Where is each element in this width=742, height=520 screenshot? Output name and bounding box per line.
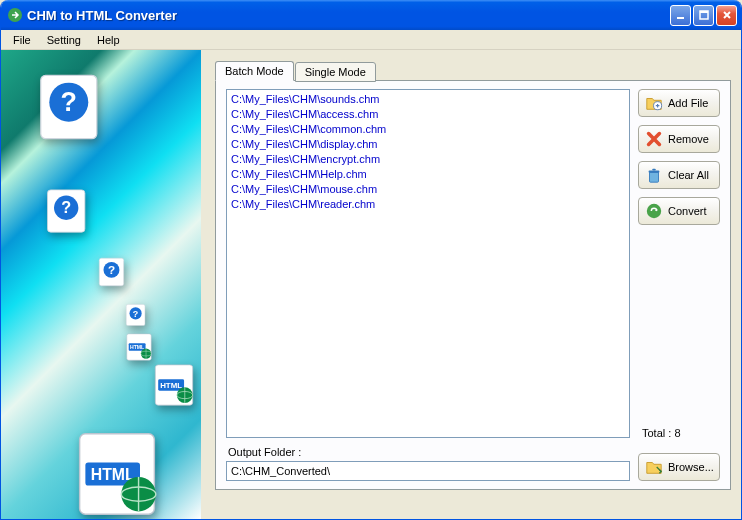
app-window: CHM to HTML Converter File Setting Help … xyxy=(0,0,742,520)
total-label: Total : 8 xyxy=(638,421,720,445)
svg-rect-3 xyxy=(700,11,708,13)
add-file-label: Add File xyxy=(668,97,713,109)
main-panel: Batch Mode Single Mode C:\My_Files\CHM\s… xyxy=(201,50,741,519)
content-area: ? ? ? ? HTML HTML HTML Batch Mode xyxy=(1,50,741,519)
menubar: File Setting Help xyxy=(1,30,741,50)
tabs: Batch Mode Single Mode xyxy=(215,61,731,81)
svg-rect-32 xyxy=(649,171,660,173)
clear-all-button[interactable]: Clear All xyxy=(638,161,720,189)
svg-text:?: ? xyxy=(61,87,77,117)
tab-batch-mode[interactable]: Batch Mode xyxy=(215,61,294,81)
app-icon xyxy=(7,7,23,23)
list-item[interactable]: C:\My_Files\CHM\sounds.chm xyxy=(231,92,625,107)
html-file-icon: HTML xyxy=(124,332,154,362)
svg-text:?: ? xyxy=(61,198,71,216)
output-folder-input[interactable] xyxy=(226,461,630,481)
menu-setting[interactable]: Setting xyxy=(39,32,89,48)
list-item[interactable]: C:\My_Files\CHM\display.chm xyxy=(231,137,625,152)
svg-text:?: ? xyxy=(133,309,138,319)
svg-rect-1 xyxy=(677,17,684,19)
list-item[interactable]: C:\My_Files\CHM\Help.chm xyxy=(231,167,625,182)
add-file-icon xyxy=(645,94,663,112)
sidebar-graphic: ? ? ? ? HTML HTML HTML xyxy=(1,50,201,519)
remove-icon xyxy=(645,130,663,148)
help-icon: ? xyxy=(31,68,109,146)
help-icon: ? xyxy=(123,302,149,328)
panel-right: Add File Remove Clear All Convert Tota xyxy=(630,81,730,489)
minimize-button[interactable] xyxy=(670,5,691,26)
list-item[interactable]: C:\My_Files\CHM\reader.chm xyxy=(231,197,625,212)
svg-text:HTML: HTML xyxy=(130,344,144,350)
browse-label: Browse... xyxy=(668,461,714,473)
menu-help[interactable]: Help xyxy=(89,32,128,48)
convert-label: Convert xyxy=(668,205,713,217)
svg-rect-33 xyxy=(652,169,656,171)
svg-text:HTML: HTML xyxy=(160,381,182,390)
tab-panel: C:\My_Files\CHM\sounds.chmC:\My_Files\CH… xyxy=(215,80,731,490)
output-folder-label: Output Folder : xyxy=(228,446,630,458)
panel-left: C:\My_Files\CHM\sounds.chmC:\My_Files\CH… xyxy=(216,81,630,489)
browse-icon xyxy=(645,458,663,476)
add-file-button[interactable]: Add File xyxy=(638,89,720,117)
list-item[interactable]: C:\My_Files\CHM\mouse.chm xyxy=(231,182,625,197)
svg-text:HTML: HTML xyxy=(91,466,135,483)
svg-text:?: ? xyxy=(108,263,115,276)
file-list[interactable]: C:\My_Files\CHM\sounds.chmC:\My_Files\CH… xyxy=(226,89,630,438)
list-item[interactable]: C:\My_Files\CHM\encrypt.chm xyxy=(231,152,625,167)
svg-point-34 xyxy=(647,204,661,218)
remove-button[interactable]: Remove xyxy=(638,125,720,153)
help-icon: ? xyxy=(95,255,129,289)
html-file-icon: HTML xyxy=(71,428,163,519)
list-item[interactable]: C:\My_Files\CHM\access.chm xyxy=(231,107,625,122)
clear-all-icon xyxy=(645,166,663,184)
clear-all-label: Clear All xyxy=(668,169,713,181)
html-file-icon: HTML xyxy=(151,362,197,408)
remove-label: Remove xyxy=(668,133,713,145)
browse-button[interactable]: Browse... xyxy=(638,453,720,481)
close-button[interactable] xyxy=(716,5,737,26)
window-title: CHM to HTML Converter xyxy=(27,8,670,23)
maximize-button[interactable] xyxy=(693,5,714,26)
menu-file[interactable]: File xyxy=(5,32,39,48)
tab-single-mode[interactable]: Single Mode xyxy=(295,62,376,82)
convert-icon xyxy=(645,202,663,220)
list-item[interactable]: C:\My_Files\CHM\common.chm xyxy=(231,122,625,137)
help-icon: ? xyxy=(41,185,93,237)
convert-button[interactable]: Convert xyxy=(638,197,720,225)
titlebar[interactable]: CHM to HTML Converter xyxy=(1,0,741,30)
